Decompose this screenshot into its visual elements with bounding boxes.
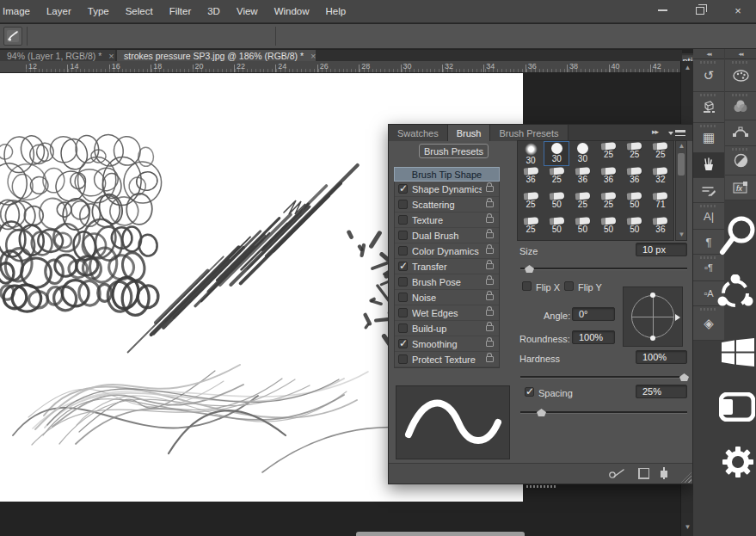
brush-setting-row[interactable]: Protect Texture xyxy=(395,352,499,367)
scroll-down-icon[interactable]: ▼ xyxy=(684,523,691,531)
panel-button-history[interactable]: ↺ xyxy=(693,59,724,92)
panel-button-brush-presets[interactable] xyxy=(693,178,724,203)
setting-checkbox[interactable] xyxy=(398,262,408,271)
brush-tip-cell[interactable]: 71 xyxy=(648,191,673,216)
lock-icon[interactable] xyxy=(486,186,494,192)
panel-tab[interactable]: Brush xyxy=(448,125,491,141)
angle-handle-bottom[interactable] xyxy=(650,336,655,341)
brush-presets-button[interactable]: Brush Presets xyxy=(419,144,489,158)
brush-stroke-preview-toggle-icon[interactable] xyxy=(608,468,627,480)
tablet-bar-icon[interactable] xyxy=(719,392,755,422)
roundness-value[interactable]: 100% xyxy=(572,330,615,344)
flip-x-checkbox[interactable] xyxy=(522,281,532,291)
brush-setting-row[interactable]: Color Dynamics xyxy=(395,243,499,259)
scroll-up-icon[interactable]: ▲ xyxy=(684,64,691,71)
brush-tip-cell[interactable]: 50 xyxy=(544,191,569,216)
size-value[interactable]: 10 px xyxy=(636,243,687,256)
grid-scroll-thumb[interactable] xyxy=(678,153,685,176)
brush-tip-cell[interactable]: 50 xyxy=(622,191,648,216)
search-icon[interactable] xyxy=(717,214,756,257)
grid-scroll-down-icon[interactable]: ▼ xyxy=(678,231,685,238)
menu-item[interactable]: Layer xyxy=(46,6,71,16)
menu-item[interactable]: Help xyxy=(326,6,347,16)
spacing-value[interactable]: 25% xyxy=(636,385,687,398)
menu-item[interactable]: Window xyxy=(274,6,310,16)
brush-tip-cell[interactable]: 50 xyxy=(544,216,569,241)
brush-tip-cell[interactable]: 50 xyxy=(595,216,621,241)
setting-checkbox[interactable] xyxy=(398,308,408,317)
lock-icon[interactable] xyxy=(486,279,494,285)
panel-resize-grip[interactable] xyxy=(681,472,691,483)
brush-tip-cell[interactable]: 30 xyxy=(569,141,595,166)
brush-tip-cell[interactable]: 25 xyxy=(595,141,621,166)
tab-close-icon[interactable]: × xyxy=(310,51,316,61)
spacing-slider-thumb[interactable] xyxy=(537,409,546,416)
brush-tip-shape-item[interactable]: Brush Tip Shape xyxy=(394,167,500,182)
share-icon[interactable] xyxy=(716,274,754,312)
brush-tip-cell[interactable]: 36 xyxy=(518,166,544,191)
brush-tip-cell[interactable]: 25 xyxy=(518,216,544,241)
setting-checkbox[interactable] xyxy=(398,246,408,256)
panel-collapse-icon[interactable]: ▸▸ xyxy=(652,127,658,136)
panel-button-color-wheel[interactable] xyxy=(725,92,756,120)
settings-gear-icon[interactable] xyxy=(722,446,754,478)
panel-button-swatches-grid[interactable]: ▦ xyxy=(693,123,724,153)
panel-tab[interactable]: Brush Presets xyxy=(490,125,568,141)
open-preset-manager-icon[interactable] xyxy=(638,468,649,479)
document-tab[interactable]: strokes pressure SP3.jpg @ 186% (RGB/8) … xyxy=(117,50,316,61)
lock-icon[interactable] xyxy=(486,325,494,331)
brush-tip-cell[interactable]: 36 xyxy=(648,216,673,241)
hardness-slider-thumb[interactable] xyxy=(679,373,689,381)
brush-tip-cell[interactable]: 36 xyxy=(569,166,595,191)
angle-control[interactable] xyxy=(623,286,683,347)
brush-tip-cell[interactable]: 25 xyxy=(622,141,648,166)
brush-setting-row[interactable]: Transfer xyxy=(395,259,499,274)
panel-button-color[interactable] xyxy=(725,59,756,92)
taskbar-peek-handle[interactable] xyxy=(356,532,525,536)
angle-handle-top[interactable] xyxy=(650,293,655,298)
lock-icon[interactable] xyxy=(486,217,494,223)
minimize-button[interactable] xyxy=(651,3,673,18)
setting-checkbox[interactable] xyxy=(398,184,408,194)
panel-button-paths[interactable] xyxy=(725,120,756,146)
panel-button-styles[interactable]: fx xyxy=(725,176,756,200)
close-button[interactable]: × xyxy=(727,3,749,18)
brush-tip-cell[interactable]: 36 xyxy=(595,166,621,191)
spacing-checkbox[interactable] xyxy=(525,387,534,397)
menu-item[interactable]: Filter xyxy=(169,6,192,16)
lock-icon[interactable] xyxy=(486,232,494,238)
brush-setting-row[interactable]: Wet Edges xyxy=(395,305,499,321)
size-slider[interactable] xyxy=(520,268,687,270)
brush-setting-row[interactable]: Scattering xyxy=(395,197,499,213)
brush-tip-cell[interactable]: 36 xyxy=(622,166,648,191)
brush-setting-row[interactable]: Brush Pose xyxy=(395,274,499,290)
collapse-panels-button[interactable]: ◂◂ xyxy=(693,49,724,59)
brush-tip-cell[interactable]: 50 xyxy=(569,216,595,241)
hardness-slider[interactable] xyxy=(520,376,687,379)
document-tab[interactable]: 94% (Layer 1, RGB/8) * × xyxy=(0,50,115,61)
lock-icon[interactable] xyxy=(486,356,494,362)
setting-checkbox[interactable] xyxy=(398,354,408,364)
lock-icon[interactable] xyxy=(486,310,494,316)
panel-menu-icon[interactable] xyxy=(668,128,687,138)
brush-tip-cell[interactable]: 30 xyxy=(544,141,569,166)
lock-icon[interactable] xyxy=(486,341,494,347)
panel-button-3d[interactable] xyxy=(693,92,724,123)
hardness-value[interactable]: 100% xyxy=(636,350,687,364)
panel-button-brush[interactable] xyxy=(693,153,724,178)
size-slider-thumb[interactable] xyxy=(525,265,534,273)
angle-value[interactable]: 0° xyxy=(572,307,615,321)
collapse-panels-button[interactable]: ◂◂ xyxy=(725,49,756,59)
setting-checkbox[interactable] xyxy=(398,215,408,225)
lock-icon[interactable] xyxy=(486,201,494,207)
tab-close-icon[interactable]: × xyxy=(108,51,114,61)
brush-tip-cell[interactable]: 25 xyxy=(569,191,595,216)
restore-button[interactable] xyxy=(689,3,711,18)
brush-setting-row[interactable]: Noise xyxy=(395,290,499,305)
grid-scroll-up-icon[interactable]: ▲ xyxy=(678,142,685,150)
panel-tab[interactable]: Swatches xyxy=(389,125,448,141)
panel-button-adjustments[interactable] xyxy=(725,146,756,176)
setting-checkbox[interactable] xyxy=(398,277,408,286)
brush-tip-cell[interactable]: 25 xyxy=(595,191,621,216)
brush-tip-cell[interactable]: 25 xyxy=(544,166,569,191)
